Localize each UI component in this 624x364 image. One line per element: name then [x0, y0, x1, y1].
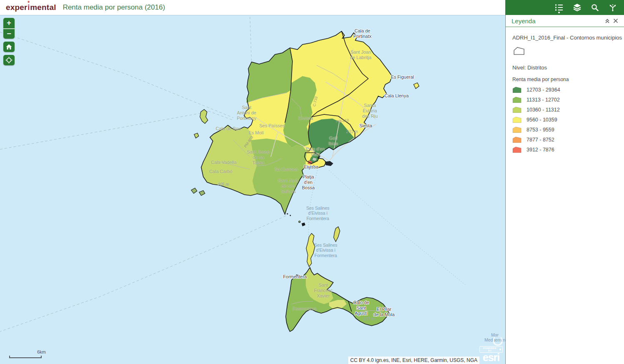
layers-icon[interactable] — [572, 2, 582, 13]
legend-swatch-icon — [512, 87, 522, 93]
map-attribution: CC BY 4.0 ign.es, INE, Esri, HERE, Garmi… — [348, 357, 479, 364]
esri-brand: esri — [479, 352, 503, 364]
legend-class-label: 12703 - 29364 — [527, 87, 560, 93]
home-icon — [6, 44, 12, 50]
legend-class-row: 12703 - 29364 — [512, 85, 624, 95]
island-formentera[interactable] — [286, 267, 389, 332]
header-bar: experimental Renta media por persona (20… — [0, 0, 505, 15]
top-toolbar — [505, 0, 624, 15]
legend-panel-title: Leyenda — [512, 17, 603, 25]
legend-panel: Leyenda ADRH_I1_2016_Final - Contornos m… — [505, 15, 624, 364]
legend-class-label: 11313 - 12702 — [527, 97, 560, 103]
legend-class-label: 7877 - 8752 — [527, 137, 554, 143]
logo-i-flag: i — [27, 3, 30, 12]
map-viewport[interactable]: Cala dePortinatxSant Joande LabritjaEs F… — [0, 15, 505, 364]
esri-logo: POWERED BY esri — [479, 343, 503, 364]
legend-panel-header: Leyenda — [506, 15, 624, 27]
legend-level-label: Nivel: Distritos — [512, 64, 624, 71]
logo-text-2: mental — [30, 3, 56, 12]
close-icon[interactable] — [612, 17, 620, 25]
legend-swatch-icon — [512, 146, 522, 153]
legend-swatch-icon — [512, 97, 522, 103]
legend-layer-title: ADRH_I1_2016_Final - Contornos municipio… — [512, 35, 624, 41]
legend-swatch-icon — [512, 136, 522, 143]
legend-class-row: 3912 - 7876 — [512, 145, 624, 155]
esri-dot-icon — [499, 349, 501, 350]
page-title: Renta media por persona (2016) — [63, 3, 165, 12]
legend-class-row: 7877 - 8752 — [512, 135, 624, 145]
legend-class-list: 12703 - 2936411313 - 1270210360 - 113129… — [512, 85, 624, 155]
map-controls: + − — [3, 18, 15, 65]
map-canvas[interactable] — [0, 15, 505, 364]
scale-bar-label: 6km — [37, 349, 46, 354]
legend-icon[interactable] — [554, 2, 564, 13]
legend-class-row: 11313 - 12702 — [512, 95, 624, 105]
legend-swatch-icon — [512, 106, 522, 113]
zoom-in-button[interactable]: + — [3, 18, 15, 28]
legend-class-label: 3912 - 7876 — [527, 147, 554, 153]
locate-button[interactable] — [3, 55, 15, 65]
experimental-logo[interactable]: experimental — [6, 3, 56, 12]
legend-class-row: 8753 - 9559 — [512, 125, 624, 135]
zoom-control: + − — [3, 18, 15, 39]
scale-bar-line — [9, 356, 42, 358]
logo-text-1: exper — [6, 3, 27, 12]
legend-class-label: 9560 - 10359 — [527, 117, 557, 123]
legend-class-row: 9560 - 10359 — [512, 115, 624, 125]
legend-swatch-icon — [512, 126, 522, 133]
legend-class-label: 10360 - 11312 — [527, 107, 560, 113]
polygon-outline-icon — [513, 47, 624, 57]
legend-class-label: 8753 - 9559 — [527, 127, 554, 133]
collapse-icon[interactable] — [603, 17, 612, 25]
legend-class-row: 10360 - 11312 — [512, 105, 624, 115]
home-button[interactable] — [3, 42, 15, 52]
scale-bar: 6km — [9, 356, 42, 358]
search-icon[interactable] — [590, 2, 599, 13]
legend-panel-body: ADRH_I1_2016_Final - Contornos municipio… — [506, 27, 624, 155]
app-window: experimental Renta media por persona (20… — [0, 0, 624, 364]
legend-swatch-icon — [512, 116, 522, 123]
zoom-out-button[interactable]: − — [3, 28, 15, 39]
locate-icon — [5, 57, 12, 64]
share-icon[interactable] — [608, 2, 617, 13]
islets-north-formentera — [306, 227, 340, 267]
island-ibiza[interactable] — [201, 31, 392, 214]
legend-field-label: Renta media por persona — [512, 77, 624, 82]
